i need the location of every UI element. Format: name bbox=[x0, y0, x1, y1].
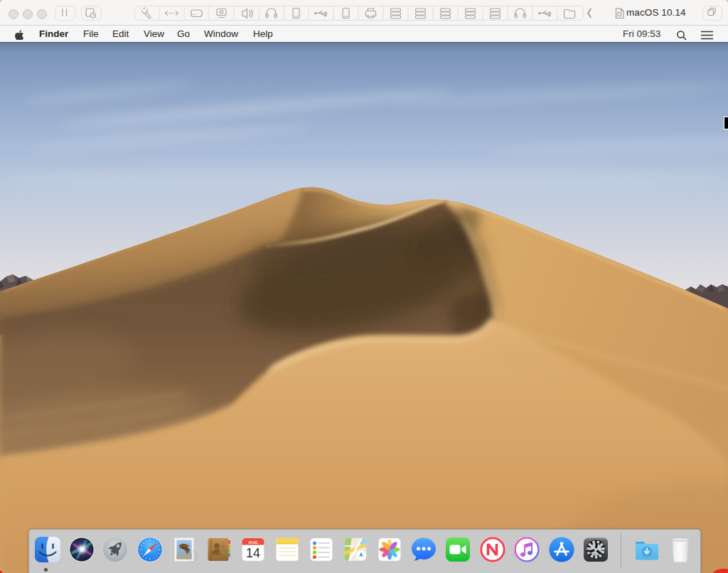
svg-text:AUG: AUG bbox=[248, 540, 258, 545]
svg-text:14: 14 bbox=[246, 546, 260, 560]
